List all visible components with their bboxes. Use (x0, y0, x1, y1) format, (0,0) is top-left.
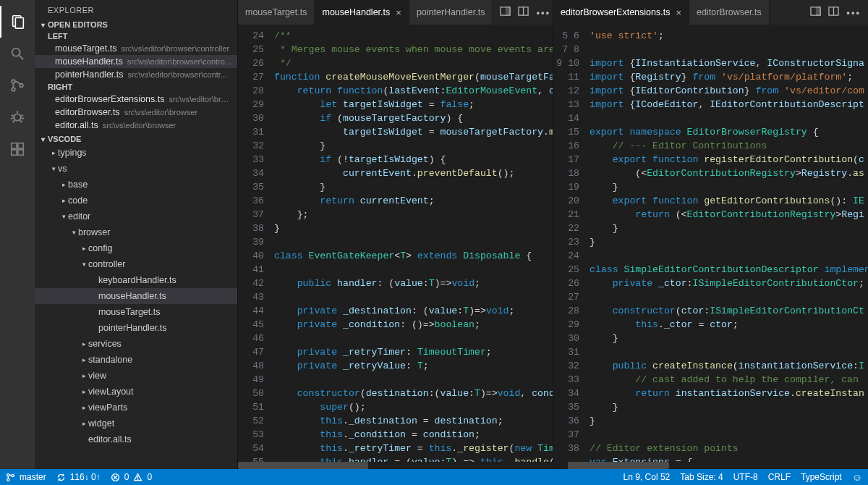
svg-line-13 (11, 118, 14, 119)
tree-folder[interactable]: ▸services (35, 336, 237, 352)
svg-point-4 (12, 80, 15, 83)
open-editor-path: src\vs\editor\brow... (169, 95, 233, 104)
activity-debug-icon[interactable] (0, 101, 35, 133)
svg-point-28 (7, 478, 9, 481)
hscrollbar-right[interactable] (553, 462, 868, 469)
more-icon[interactable]: ••• (536, 7, 550, 18)
split-preview-icon[interactable] (810, 6, 821, 19)
status-language[interactable]: TypeScript (801, 472, 842, 482)
tree-label: services (88, 339, 122, 349)
activity-scm-icon[interactable] (0, 69, 35, 101)
tree-folder[interactable]: ▾browser (35, 224, 237, 240)
tree-label: pointerHandler.ts (98, 323, 167, 333)
status-encoding[interactable]: UTF-8 (733, 472, 758, 482)
status-feedback-icon[interactable]: ☺ (852, 471, 862, 483)
close-icon[interactable]: × (396, 7, 401, 18)
close-icon[interactable]: × (676, 7, 681, 18)
svg-point-6 (20, 84, 23, 88)
split-editor-icon[interactable] (518, 6, 529, 19)
tree-label: viewLayout (88, 387, 134, 397)
tree-folder[interactable]: ▾vs (35, 161, 237, 177)
tab-label: mouseHandler.ts (322, 7, 390, 17)
tree-label: typings (58, 148, 87, 158)
tab-label: editorBrowserExtensions.ts (561, 7, 670, 17)
tree-folder[interactable]: ▸typings (35, 145, 237, 161)
open-editor-item[interactable]: editorBrowserExtensions.tssrc\vs\editor\… (35, 93, 237, 106)
tree-file[interactable]: pointerHandler.ts (35, 320, 237, 336)
activity-search-icon[interactable] (0, 38, 35, 69)
tree-file[interactable]: keyboardHandler.ts (35, 272, 237, 288)
tree-label: mouseTarget.ts (98, 307, 160, 317)
tree-folder[interactable]: ▾controller (35, 256, 237, 272)
tree-folder[interactable]: ▸viewParts (35, 400, 237, 416)
open-editor-path: src\vs\editor\browser (103, 121, 176, 130)
tree-folder[interactable]: ▸widget (35, 416, 237, 431)
tree-file[interactable]: mouseHandler.ts (35, 288, 237, 304)
open-editor-item[interactable]: editor.all.tssrc\vs\editor\browser (35, 119, 237, 132)
sidebar-title: EXPLORER (35, 0, 237, 19)
tree-label: viewParts (88, 402, 127, 413)
tree-file[interactable]: mouseTarget.ts (35, 304, 237, 320)
more-icon[interactable]: ••• (846, 7, 861, 18)
editor-group-right: editorBrowserExtensions.ts×editorBrowser… (553, 0, 868, 469)
status-problems[interactable]: 0 0 (111, 472, 152, 482)
split-editor-icon[interactable] (828, 6, 839, 19)
tree-folder[interactable]: ▸standalone (35, 352, 237, 368)
tree-folder[interactable]: ▸code (35, 193, 237, 208)
activity-bar (0, 0, 35, 469)
open-editor-item[interactable]: pointerHandler.tssrc\vs\editor\browser\c… (35, 68, 237, 81)
editor-tab[interactable]: mouseTarget.ts (238, 0, 315, 25)
project-header[interactable]: ▾VSCODE (35, 133, 237, 145)
tabbar-left: mouseTarget.tsmouseHandler.ts×pointerHan… (238, 0, 553, 25)
tree-label: standalone (88, 355, 132, 365)
editor-tab[interactable]: pointerHandler.ts (409, 0, 493, 25)
status-lncol[interactable]: Ln 9, Col 52 (624, 472, 671, 482)
code-editor-right[interactable]: 5 6 7 8 9 10 11 12 13 14 15 16 17 18 19 … (553, 25, 868, 462)
tree-folder[interactable]: ▾editor (35, 208, 237, 224)
tree-folder[interactable]: ▸view (35, 368, 237, 384)
tree-file[interactable]: editor.all.ts (35, 431, 237, 447)
open-editors-header[interactable]: ▾OPEN EDITORS (35, 19, 237, 30)
open-editor-path: src\vs\editor\browser\contr... (128, 70, 228, 79)
open-editor-item[interactable]: editorBrowser.tssrc\vs\editor\browser (35, 106, 237, 119)
tree-label: base (68, 180, 88, 190)
status-sync[interactable]: 116↓ 0↑ (56, 472, 101, 482)
tree-label: keyboardHandler.ts (98, 275, 176, 285)
open-editor-path: src\vs\editor\browser (124, 108, 197, 117)
editor-tab[interactable]: editorBrowser.ts (689, 0, 770, 25)
tab-label: mouseTarget.ts (245, 7, 307, 17)
svg-rect-24 (817, 7, 821, 15)
tree-label: config (88, 243, 112, 253)
activity-explorer-icon[interactable] (0, 6, 35, 38)
open-editor-filename: pointerHandler.ts (55, 69, 124, 80)
tree-folder[interactable]: ▸viewLayout (35, 384, 237, 400)
svg-point-29 (12, 474, 14, 476)
svg-line-10 (21, 115, 24, 116)
hscrollbar-left[interactable] (238, 462, 553, 469)
status-branch[interactable]: master (6, 472, 46, 482)
tree-folder[interactable]: ▸base (35, 177, 237, 193)
svg-rect-17 (18, 150, 23, 155)
activity-extensions-icon[interactable] (0, 133, 35, 165)
editor-tab[interactable]: mouseHandler.ts× (315, 0, 409, 25)
split-preview-icon[interactable] (500, 6, 511, 19)
code-editor-left[interactable]: 24 25 26 27 28 29 30 31 32 33 34 35 36 3… (238, 25, 553, 462)
editor-tab[interactable]: editorBrowserExtensions.ts× (553, 0, 689, 25)
tree-label: widget (88, 418, 114, 429)
open-editor-path: src\vs\editor\browser\controller (121, 44, 229, 53)
open-editors-right-label: RIGHT (35, 81, 237, 93)
svg-point-27 (7, 473, 9, 476)
open-editor-filename: editor.all.ts (55, 120, 98, 130)
open-editor-item[interactable]: mouseHandler.tssrc\vs\editor\browser\con… (35, 55, 237, 68)
svg-line-9 (12, 115, 14, 116)
status-tabsize[interactable]: Tab Size: 4 (680, 472, 723, 482)
status-eol[interactable]: CRLF (768, 472, 791, 482)
open-editor-item[interactable]: mouseTarget.tssrc\vs\editor\browser\cont… (35, 42, 237, 55)
svg-line-3 (20, 56, 24, 60)
tree-folder[interactable]: ▸config (35, 240, 237, 256)
tree-label: editor.all.ts (88, 434, 132, 444)
editor-group-left: mouseTarget.tsmouseHandler.ts×pointerHan… (237, 0, 553, 469)
tree-label: view (88, 371, 106, 381)
editor-area: mouseTarget.tsmouseHandler.ts×pointerHan… (237, 0, 868, 469)
tree-label: mouseHandler.ts (98, 291, 166, 301)
